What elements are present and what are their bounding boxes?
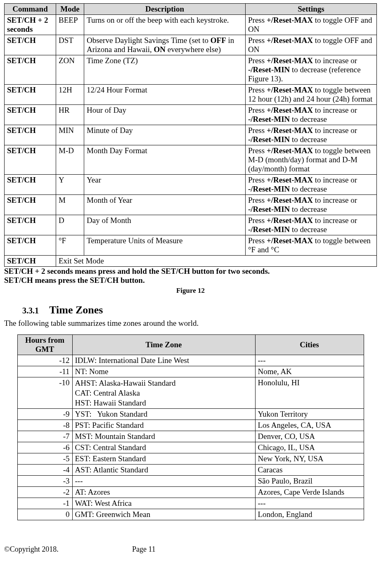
- cell-hours: -2: [17, 487, 72, 498]
- table-row: SET/CHHRHour of DayPress +/Reset-MAX to …: [5, 105, 377, 125]
- cell-command: SET/CH: [5, 256, 56, 267]
- cell-hours: -6: [17, 442, 72, 453]
- cell-timezone: YST: Yukon Standard: [72, 409, 255, 420]
- th-hours: Hours from GMT: [17, 335, 72, 355]
- table-row: SET/CHDSTObserve Daylight Savings Time (…: [5, 35, 377, 55]
- cell-mode: M: [56, 195, 84, 215]
- table-row: -1WAT: West Africa---: [17, 498, 364, 509]
- cell-hours: 0: [17, 509, 72, 520]
- cell-description: Month of Year: [84, 195, 246, 215]
- table-row: -10AHST: Alaska-Hawaii StandardCAT: Cent…: [17, 377, 364, 409]
- table-row-exit: SET/CHExit Set Mode: [5, 256, 377, 267]
- cell-settings: Press +/Reset-MAX to increase or -/Reset…: [246, 215, 377, 235]
- cell-timezone: IDLW: International Date Line West: [72, 355, 255, 366]
- cell-timezone: EST: Eastern Standard: [72, 453, 255, 465]
- cell-settings: Press +/Reset-MAX to toggle between M-D …: [246, 145, 377, 175]
- cell-cities: ---: [255, 498, 364, 509]
- section-intro: The following table summarizes time zone…: [4, 319, 377, 328]
- cell-description: Turns on or off the beep with each keyst…: [84, 15, 246, 35]
- table-row: -4AST: Atlantic StandardCaracas: [17, 465, 364, 476]
- section-title: Time Zones: [49, 304, 103, 316]
- cell-command: SET/CH + 2 seconds: [5, 15, 56, 35]
- cell-hours: -9: [17, 409, 72, 420]
- table-row: -3---São Paulo, Brazil: [17, 476, 364, 487]
- cell-hours: -7: [17, 431, 72, 442]
- cell-timezone: AST: Atlantic Standard: [72, 465, 255, 476]
- cell-description: Month Day Format: [84, 145, 246, 175]
- cell-command: SET/CH: [5, 85, 56, 105]
- cell-command: SET/CH: [5, 105, 56, 125]
- settings-thead: Command Mode Description Settings: [5, 4, 377, 15]
- cell-settings: Press +/Reset-MAX to increase or -/Reset…: [246, 175, 377, 195]
- table-row: -7MST: Mountain StandardDenver, CO, USA: [17, 431, 364, 442]
- settings-table: Command Mode Description Settings SET/CH…: [4, 3, 377, 267]
- cell-description: Time Zone (TZ): [84, 55, 246, 85]
- th-settings: Settings: [246, 4, 377, 15]
- cell-settings: Press +/Reset-MAX to increase or -/Reset…: [246, 125, 377, 145]
- cell-cities: Chicago, IL, USA: [255, 442, 364, 453]
- th-cities: Cities: [255, 335, 364, 355]
- table-row: -12IDLW: International Date Line West---: [17, 355, 364, 366]
- cell-settings: Press +/Reset-MAX to increase or -/Reset…: [246, 55, 377, 85]
- cell-mode: D: [56, 215, 84, 235]
- tz-tbody: -12IDLW: International Date Line West---…: [17, 355, 364, 520]
- table-row: SET/CHM-DMonth Day FormatPress +/Reset-M…: [5, 145, 377, 175]
- table-row: SET/CH12H12/24 Hour FormatPress +/Reset-…: [5, 85, 377, 105]
- section-number: 3.3.1: [22, 306, 39, 315]
- cell-command: SET/CH: [5, 35, 56, 55]
- cell-timezone: WAT: West Africa: [72, 498, 255, 509]
- cell-settings: Press +/Reset-MAX to toggle between °F a…: [246, 235, 377, 256]
- cell-cities: Caracas: [255, 465, 364, 476]
- cell-exit-text: Exit Set Mode: [56, 256, 377, 267]
- cell-command: SET/CH: [5, 145, 56, 175]
- cell-command: SET/CH: [5, 195, 56, 215]
- cell-timezone: AT: Azores: [72, 487, 255, 498]
- cell-timezone: ---: [72, 476, 255, 487]
- cell-mode: °F: [56, 235, 84, 256]
- table-row: SET/CH°FTemperature Units of MeasurePres…: [5, 235, 377, 256]
- cell-settings: Press +/Reset-MAX to increase or -/Reset…: [246, 195, 377, 215]
- cell-hours: -3: [17, 476, 72, 487]
- cell-hours: -12: [17, 355, 72, 366]
- timezone-table: Hours from GMT Time Zone Cities -12IDLW:…: [17, 334, 364, 520]
- cell-command: SET/CH: [5, 125, 56, 145]
- cell-mode: Y: [56, 175, 84, 195]
- cell-command: SET/CH: [5, 215, 56, 235]
- th-description: Description: [84, 4, 246, 15]
- cell-hours: -8: [17, 420, 72, 431]
- cell-mode: DST: [56, 35, 84, 55]
- cell-description: Hour of Day: [84, 105, 246, 125]
- table-notes: SET/CH + 2 seconds means press and hold …: [4, 267, 377, 285]
- cell-cities: London, England: [255, 509, 364, 520]
- cell-command: SET/CH: [5, 55, 56, 85]
- cell-hours: -10: [17, 377, 72, 409]
- cell-cities: Denver, CO, USA: [255, 431, 364, 442]
- cell-cities: Nome, AK: [255, 366, 364, 377]
- cell-command: SET/CH: [5, 175, 56, 195]
- cell-description: Observe Daylight Savings Time (set to OF…: [84, 35, 246, 55]
- cell-timezone: AHST: Alaska-Hawaii StandardCAT: Central…: [72, 377, 255, 409]
- cell-mode: BEEP: [56, 15, 84, 35]
- copyright-text: ©Copyright 2018.: [4, 545, 59, 553]
- table-row: SET/CH + 2 secondsBEEPTurns on or off th…: [5, 15, 377, 35]
- table-row: SET/CHYYearPress +/Reset-MAX to increase…: [5, 175, 377, 195]
- cell-cities: ---: [255, 355, 364, 366]
- cell-command: SET/CH: [5, 235, 56, 256]
- cell-cities: Honolulu, HI: [255, 377, 364, 409]
- cell-cities: New York, NY, USA: [255, 453, 364, 465]
- cell-settings: Press +/Reset-MAX to toggle OFF and ON: [246, 35, 377, 55]
- cell-timezone: MST: Mountain Standard: [72, 431, 255, 442]
- table-row: -5EST: Eastern StandardNew York, NY, USA: [17, 453, 364, 465]
- cell-mode: M-D: [56, 145, 84, 175]
- tz-thead: Hours from GMT Time Zone Cities: [17, 335, 364, 355]
- settings-tbody: SET/CH + 2 secondsBEEPTurns on or off th…: [5, 15, 377, 267]
- section-heading: 3.3.1 Time Zones: [22, 303, 377, 316]
- th-command: Command: [5, 4, 56, 15]
- table-row: SET/CHDDay of MonthPress +/Reset-MAX to …: [5, 215, 377, 235]
- cell-description: Minute of Day: [84, 125, 246, 145]
- cell-mode: MIN: [56, 125, 84, 145]
- cell-settings: Press +/Reset-MAX to toggle between 12 h…: [246, 85, 377, 105]
- cell-cities: Azores, Cape Verde Islands: [255, 487, 364, 498]
- figure-caption: Figure 12: [4, 287, 377, 295]
- cell-timezone: GMT: Greenwich Mean: [72, 509, 255, 520]
